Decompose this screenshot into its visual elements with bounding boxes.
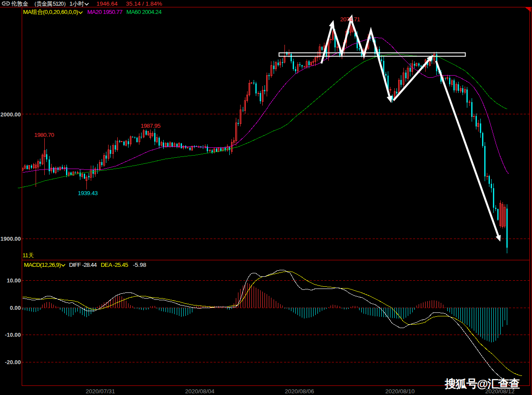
svg-text:1939.43: 1939.43 [78,190,97,196]
svg-text:MACD(12,26,9): MACD(12,26,9) [24,262,61,268]
svg-text:2020/08/06: 2020/08/06 [285,388,314,395]
svg-text:MA60 2004.24: MA60 2004.24 [126,9,162,15]
svg-text:DIFF -28.44: DIFF -28.44 [69,262,97,268]
svg-text:1987.95: 1987.95 [141,123,160,129]
svg-text:2000.00: 2000.00 [0,111,21,118]
svg-text:1980.70: 1980.70 [34,132,54,138]
svg-text:1946.64: 1946.64 [96,0,118,7]
svg-text:1小时: 1小时 [69,0,84,7]
svg-text:2020/08/10: 2020/08/10 [385,388,415,395]
svg-text:0.00: 0.00 [10,305,21,311]
svg-text:搜狐号@汇查查: 搜狐号@汇查查 [444,377,520,390]
svg-text:DEA -25.45: DEA -25.45 [101,262,128,268]
svg-text:2020/07/31: 2020/07/31 [86,388,115,395]
svg-text:35.14 / 1.84%: 35.14 / 1.84% [126,0,162,7]
svg-text:11天: 11天 [23,252,34,259]
svg-text:伦敦金: 伦敦金 [11,0,28,7]
svg-text:-10.00: -10.00 [5,332,21,338]
svg-text:MA组合(0,0,20,60,0,0): MA组合(0,0,20,60,0,0) [23,9,78,15]
svg-text:2020/08/04: 2020/08/04 [185,388,215,395]
svg-text:2074.71: 2074.71 [340,16,360,23]
svg-text:1900.00: 1900.00 [0,236,21,242]
svg-text:（贵金属 5120）: （贵金属 5120） [31,0,69,7]
svg-text:10.00: 10.00 [7,277,21,284]
svg-text:-20.00: -20.00 [5,359,21,365]
svg-text:-5.98: -5.98 [133,262,146,268]
svg-text:MA20 1950.77: MA20 1950.77 [87,9,122,15]
